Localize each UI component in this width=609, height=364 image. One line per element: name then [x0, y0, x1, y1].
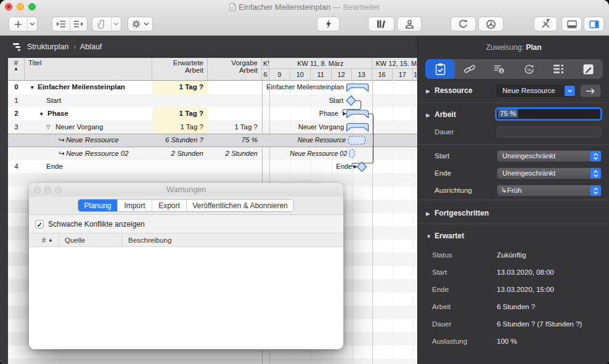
work-value-selected: 75 %	[498, 109, 518, 118]
gantt-label: Neue Ressource 02	[290, 147, 347, 161]
work-disclosure[interactable]: ▶	[426, 112, 430, 118]
gantt-day[interactable]: 6	[262, 69, 269, 80]
dialog-segmented-control: Planung Import Export Veröffentlichen & …	[78, 199, 294, 212]
gantt-week-clipped[interactable]: KW	[262, 58, 269, 69]
table-row[interactable]: 4 Ende	[8, 160, 262, 174]
dialog-col-num[interactable]: #	[42, 233, 46, 247]
tab-dependencies[interactable]	[455, 59, 484, 79]
table-row-assignment[interactable]: ↪ Neue Ressource 6 Stunden ? 75 %	[8, 134, 262, 147]
indent-button[interactable]	[52, 17, 70, 31]
expected-disclosure[interactable]: ▼	[426, 233, 431, 240]
tab-effort[interactable]: %	[514, 59, 544, 79]
checkbox-label: Schwache Konflikte anzeigen	[48, 215, 145, 233]
work-label: Arbeit	[435, 110, 456, 119]
end-constraint-popup[interactable]: Uneingeschränkt	[497, 168, 602, 179]
inspector-tab-bar: $ %	[425, 59, 603, 79]
resources-button[interactable]	[397, 17, 422, 31]
assignment-arrow-icon: ↪	[59, 147, 65, 161]
gantt-day[interactable]: 12	[332, 69, 352, 80]
column-header-num[interactable]: # ▲	[8, 58, 25, 80]
tab-task-info[interactable]	[425, 59, 455, 79]
row-number: 2	[8, 107, 25, 121]
kv-label: Dauer	[432, 320, 451, 328]
library-button[interactable]	[368, 17, 394, 31]
table-row[interactable]: 0 ▼ Einfacher Meilensteinplan 1 Tag ?	[8, 81, 262, 94]
go-to-resource-button[interactable]	[580, 84, 601, 97]
expected-work-cell: 2 Stunden	[152, 147, 208, 161]
show-weak-conflicts-checkbox[interactable]: ✓	[35, 220, 44, 229]
dialog-table-header: # ▲ Quelle Beschreibung	[29, 233, 343, 247]
tab-import[interactable]: Import	[118, 200, 152, 211]
view-bar: Strukturplan › Ablauf	[0, 36, 417, 58]
dialog-col-source[interactable]: Quelle	[65, 233, 85, 247]
kv-label: Status	[432, 251, 452, 259]
work-input[interactable]: 75 %	[495, 107, 602, 121]
sort-asc-icon: ▲	[8, 67, 24, 71]
assignment-arrow-icon: ↪	[59, 134, 65, 147]
breadcrumb-root[interactable]: Strukturplan	[27, 42, 68, 51]
resource-popup[interactable]: Neue Ressource	[497, 85, 576, 97]
kv-value: 13.03.2020, 08:00	[497, 269, 554, 276]
table-row[interactable]: 2 ▼ Phase 1 Tag ?	[8, 107, 262, 121]
toggle-right-panel-button[interactable]	[584, 17, 604, 31]
gantt-day[interactable]: 9	[269, 69, 290, 80]
gantt-day[interactable]: 18	[413, 69, 417, 80]
tab-export[interactable]: Export	[152, 200, 187, 211]
breadcrumb-current[interactable]: Ablauf	[80, 42, 102, 51]
tab-publish-subscribe[interactable]: Veröffentlichen & Abonnieren	[187, 200, 293, 211]
arrow-right-icon	[586, 87, 595, 95]
end-constraint-label: Ende	[435, 169, 451, 177]
advanced-disclosure[interactable]: ▶	[426, 211, 430, 217]
disclosure-triangle[interactable]: ▼	[39, 108, 44, 121]
column-header-planned[interactable]: VorgabeArbeit	[208, 58, 262, 80]
tab-costs[interactable]: $	[484, 59, 514, 79]
alignment-popup[interactable]: ↳Früh	[497, 185, 602, 196]
dialog-zoom-button[interactable]	[55, 187, 62, 193]
gantt-label: Neuer Vorgang	[298, 121, 344, 134]
network-button[interactable]	[478, 17, 504, 31]
attachment-button[interactable]	[92, 17, 111, 31]
column-header-expected[interactable]: ErwarteteArbeit	[152, 58, 208, 80]
table-row[interactable]: 1 Start	[8, 94, 262, 108]
dialog-titlebar: Warnungen	[29, 183, 343, 196]
kv-label: Arbeit	[432, 303, 451, 310]
dialog-col-description[interactable]: Beschreibung	[128, 233, 171, 247]
kv-label: Start	[432, 269, 447, 276]
actions-button[interactable]	[128, 17, 153, 31]
catch-up-button[interactable]	[317, 17, 340, 31]
disclosure-triangle[interactable]: ▽	[46, 121, 51, 134]
gantt-day[interactable]: 10	[290, 69, 311, 80]
inspect-tools-button[interactable]	[534, 17, 557, 31]
duration-input[interactable]	[497, 126, 602, 137]
gantt-day[interactable]: 11	[311, 69, 332, 80]
dialog-table-body[interactable]	[29, 247, 343, 349]
expected-work-cell: 1 Tag ?	[152, 81, 208, 94]
sync-button[interactable]	[451, 17, 476, 31]
resource-disclosure[interactable]: ▶	[426, 88, 430, 94]
gantt-day[interactable]: 17	[393, 69, 414, 80]
disclosure-triangle[interactable]: ▼	[30, 81, 35, 95]
column-header-title[interactable]: Titel	[25, 58, 152, 80]
toggle-bottom-panel-button[interactable]	[562, 17, 582, 31]
outdent-button[interactable]	[70, 17, 88, 31]
paperclip-icon	[97, 20, 106, 29]
gantt-day[interactable]: 16	[372, 69, 393, 80]
row-number: 3	[8, 121, 25, 134]
table-row[interactable]: 3 ▽ Neuer Vorgang 1 Tag ? 1 Tag ?	[8, 121, 262, 134]
tab-custom-data[interactable]	[544, 59, 573, 79]
kv-label: Ende	[432, 286, 449, 293]
gantt-week-2[interactable]: KW 12, 15. M	[372, 58, 418, 69]
gantt-week-1[interactable]: KW 11, 8. März	[269, 58, 372, 69]
tab-planung[interactable]: Planung	[78, 200, 118, 211]
attachment-menu-chevron[interactable]	[112, 17, 121, 31]
tab-notes[interactable]	[573, 59, 603, 79]
add-task-menu-chevron[interactable]	[28, 17, 37, 31]
dialog-minimize-button[interactable]	[44, 187, 51, 193]
gantt-day[interactable]: 13	[352, 69, 372, 80]
popup-steppers	[591, 151, 601, 161]
start-constraint-popup[interactable]: Uneingeschränkt	[497, 150, 602, 162]
gantt-label: Neue Ressource	[298, 134, 346, 147]
add-task-button[interactable]	[9, 17, 38, 31]
table-row-assignment[interactable]: ↪ Neue Ressource 02 2 Stunden 2 Stunden	[8, 147, 262, 161]
dialog-close-button[interactable]	[34, 187, 41, 193]
